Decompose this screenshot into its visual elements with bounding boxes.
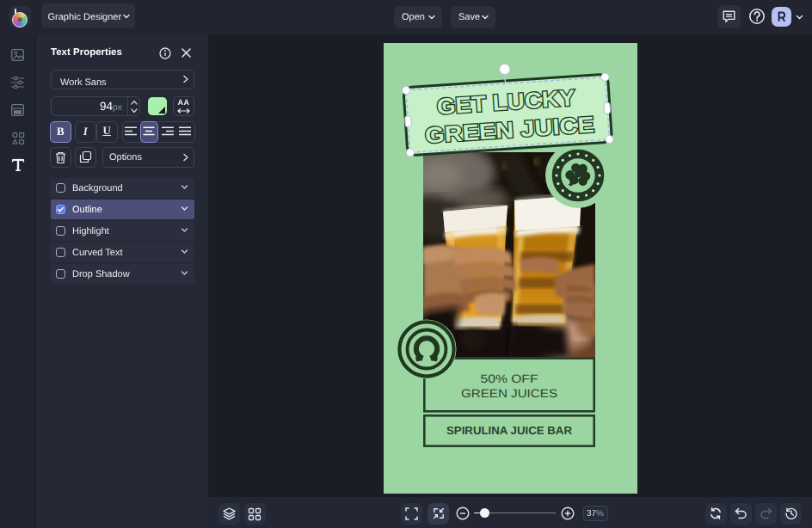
svg-text:GREEN JUICES: GREEN JUICES	[461, 387, 557, 400]
svg-text:50% OFF: 50% OFF	[481, 372, 538, 385]
svg-text:SPIRULINA JUICE BAR: SPIRULINA JUICE BAR	[446, 424, 573, 437]
